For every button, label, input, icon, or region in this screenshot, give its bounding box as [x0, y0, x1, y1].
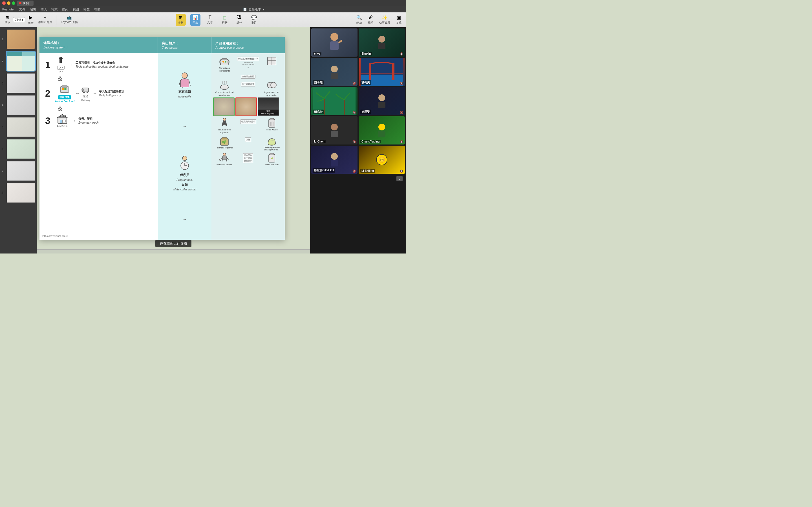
- programmer-en: Programmer,: [176, 178, 193, 181]
- header-process: 产品使用流程： Product use process:: [211, 37, 285, 53]
- svg-rect-74: [378, 131, 386, 137]
- slide-2-container[interactable]: 2: [2, 52, 35, 71]
- ferment-text: 发酵: [245, 137, 251, 142]
- svg-point-33: [223, 118, 226, 121]
- format-panel-button[interactable]: 🖌 格式: [366, 14, 375, 25]
- delivery-item-1: 1 DIY DIY → 工具和指南，模块化食材保鲜盒: [45, 57, 155, 73]
- users-title-en: Type users:: [162, 46, 207, 49]
- xsdx-mic-icon: 🔇: [352, 170, 356, 173]
- remaining-ingredients-node: Remainingingredients: [213, 55, 236, 72]
- format-menu[interactable]: 格式: [50, 7, 59, 11]
- delivery-desc: 每天配送对接杂货店 Daily butt grocery: [99, 90, 124, 98]
- edit-menu[interactable]: 编辑: [28, 7, 38, 11]
- svg-rect-23: [228, 61, 229, 63]
- add-slide-button[interactable]: + 添加幻灯片: [36, 14, 54, 25]
- user-housewife: 家庭主妇 housewife: [177, 71, 192, 98]
- video-tile-lichen: Li Chen 🔇: [311, 116, 357, 145]
- diy-tools-icon: [57, 57, 65, 65]
- keynote-slide[interactable]: 递送机制： Delivery system： 突出加户： Type users:…: [40, 37, 285, 240]
- food-image-1: [213, 98, 235, 116]
- delivery-item-3: 3 24h便利店 24h便利店 →: [45, 114, 155, 128]
- arrange-menu[interactable]: 排列: [60, 7, 70, 11]
- media-button[interactable]: 🖼 媒体: [234, 14, 245, 25]
- slide-6-container[interactable]: 6: [2, 139, 35, 159]
- scroll-down-button[interactable]: ⌄: [396, 176, 403, 181]
- play-menu[interactable]: 播放: [82, 7, 91, 11]
- svg-point-69: [378, 94, 385, 101]
- video-tile-ydf: 杨钧夫 🔇: [359, 58, 405, 86]
- shape-button[interactable]: ◻ 形状: [220, 14, 230, 26]
- xxy-name: 徐新姿: [360, 110, 371, 114]
- xxy-mic-icon: 🔇: [400, 111, 403, 114]
- minimize-button[interactable]: [7, 1, 10, 5]
- delivery-section: 1 DIY DIY → 工具和指南，模块化食材保鲜盒: [40, 53, 158, 240]
- user-arrow-2: →: [183, 217, 187, 222]
- plant-fertilizer-node: 🌱 Plant fertilizer: [260, 152, 283, 166]
- slide-thumb-7[interactable]: [7, 161, 35, 180]
- video-grid-row-5: 徐世姜DAVI XU 🔇 😊 Li Zhijing 🔇: [311, 146, 405, 174]
- wzy-mic-icon: 🔇: [352, 82, 356, 85]
- insert-menu[interactable]: 插入: [39, 7, 49, 11]
- food-waste-icon: [266, 117, 277, 128]
- delivery-tag: 速送: [83, 95, 88, 98]
- slide-1-container[interactable]: 1: [2, 30, 35, 49]
- bottom-scrollbar[interactable]: [37, 249, 310, 253]
- slide-thumb-6[interactable]: [7, 139, 35, 159]
- programmer-cn: 程序员: [180, 173, 189, 177]
- plant-fertilizer-label: Plant fertilizer: [265, 163, 278, 166]
- food-bag-annotation: 使用后的食品袋: [237, 117, 259, 124]
- svg-point-51: [219, 159, 221, 161]
- svg-point-6: [64, 88, 66, 90]
- process-row-3: Tea and foodtogether 使用后的食品袋: [213, 117, 283, 134]
- slide-thumb-2[interactable]: [7, 52, 35, 71]
- svg-text:🌱: 🌱: [270, 157, 273, 160]
- text-button[interactable]: T 文本: [205, 14, 215, 25]
- washing-label: Washing dishes: [216, 163, 232, 166]
- slide-thumb-8[interactable]: [7, 183, 35, 203]
- comment-button[interactable]: 💬 批注: [249, 14, 259, 26]
- display-button[interactable]: ⊞ 显示: [3, 14, 12, 25]
- close-button[interactable]: [2, 1, 6, 5]
- svg-rect-14: [63, 120, 66, 122]
- whitecollar-cn: 白领: [182, 182, 188, 187]
- svg-rect-76: [331, 160, 338, 166]
- record-button[interactable]: 录制...: [17, 1, 34, 6]
- slide-3-container[interactable]: 3: [2, 73, 35, 93]
- file-menu[interactable]: 文件: [17, 7, 27, 11]
- svg-point-55: [331, 33, 338, 41]
- svg-point-75: [331, 153, 338, 160]
- tea-food-label: Tea and foodtogether: [218, 128, 231, 134]
- slide-5-container[interactable]: 5: [2, 117, 35, 136]
- bottom-subtitle: 你在重新设计食物: [155, 240, 192, 247]
- animate-button[interactable]: ✨ 动画效果: [377, 14, 392, 26]
- zoom-tool-button[interactable]: 🔍 缩放: [355, 14, 364, 26]
- slide-thumb-3[interactable]: [7, 73, 35, 93]
- svg-rect-21: [220, 59, 229, 65]
- slide-4-container[interactable]: 4: [2, 96, 35, 115]
- slide-8-container[interactable]: 8: [2, 183, 35, 203]
- chart-button[interactable]: 📊 图表: [190, 14, 200, 26]
- clive-name: clive: [313, 52, 321, 55]
- svg-rect-2: [59, 58, 63, 59]
- video-grid-row-4: Li Chen 🔇 ChangYuqing 🔇: [311, 116, 405, 145]
- slide-7-container[interactable]: 7: [2, 161, 35, 180]
- slide-thumb-5[interactable]: [7, 117, 35, 136]
- process-title-en: Product use process:: [215, 46, 281, 49]
- svg-point-45: [223, 153, 226, 156]
- maximize-button[interactable]: [12, 1, 15, 5]
- view-menu[interactable]: 视图: [71, 7, 81, 11]
- present-button[interactable]: ▣ 文稿: [394, 14, 403, 26]
- slide-panel[interactable]: 1 2 3 4 5: [0, 27, 37, 253]
- zoom-control[interactable]: 77% ▾: [13, 17, 25, 22]
- whitecollar-en: white-collar worker: [173, 188, 196, 191]
- svg-rect-58: [378, 43, 386, 49]
- slide-thumb-4[interactable]: [7, 96, 35, 115]
- process-title-cn: 产品使用流程：: [215, 41, 281, 46]
- table-button[interactable]: ⊞ 表格: [175, 14, 186, 26]
- keynote-live-button[interactable]: 📺 Keynote 直播: [59, 14, 80, 25]
- slide-thumb-1[interactable]: [7, 30, 35, 49]
- svg-rect-4: [61, 86, 68, 87]
- help-menu[interactable]: 帮助: [93, 7, 102, 11]
- process-row-4: Ferment together 发酵 Collecting KitchenL: [213, 135, 283, 151]
- play-button[interactable]: ▶ 播放: [26, 13, 35, 26]
